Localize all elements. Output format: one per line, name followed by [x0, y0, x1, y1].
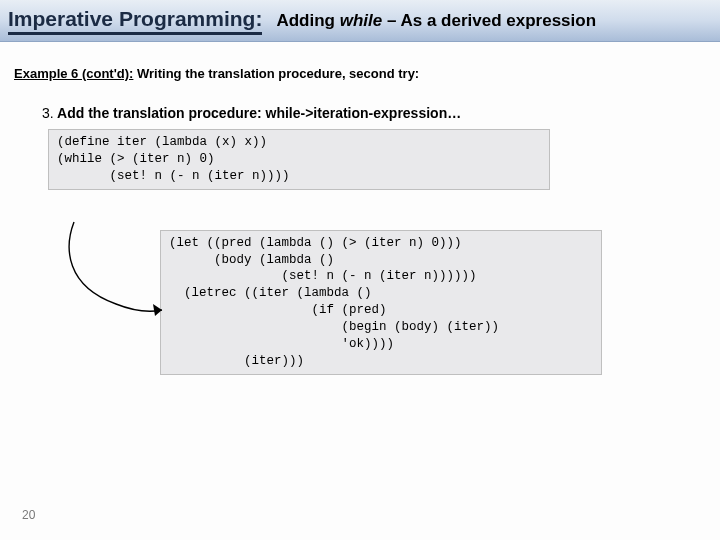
step-num: 3. [42, 105, 54, 121]
title-right-suffix: – As a derived expression [382, 11, 596, 30]
title-bar: Imperative Programming: Adding while – A… [0, 0, 720, 42]
page-number: 20 [22, 508, 35, 522]
step-line: 3. Add the translation procedure: while-… [42, 105, 720, 121]
title-right: Adding while – As a derived expression [276, 11, 596, 31]
translation-arrow [56, 218, 176, 328]
title-right-italic: while [340, 11, 383, 30]
title-left: Imperative Programming: [8, 7, 262, 35]
example-subtitle: Example 6 (cont'd): Writing the translat… [14, 66, 720, 81]
subtitle-rest: Writing the translation procedure, secon… [133, 66, 419, 81]
title-right-prefix: Adding [276, 11, 339, 30]
code-block-translated: (let ((pred (lambda () (> (iter n) 0))) … [160, 230, 602, 375]
code-block-source: (define iter (lambda (x) x)) (while (> (… [48, 129, 550, 190]
step-text: Add the translation procedure: while->it… [54, 105, 462, 121]
subtitle-label: Example 6 (cont'd): [14, 66, 133, 81]
